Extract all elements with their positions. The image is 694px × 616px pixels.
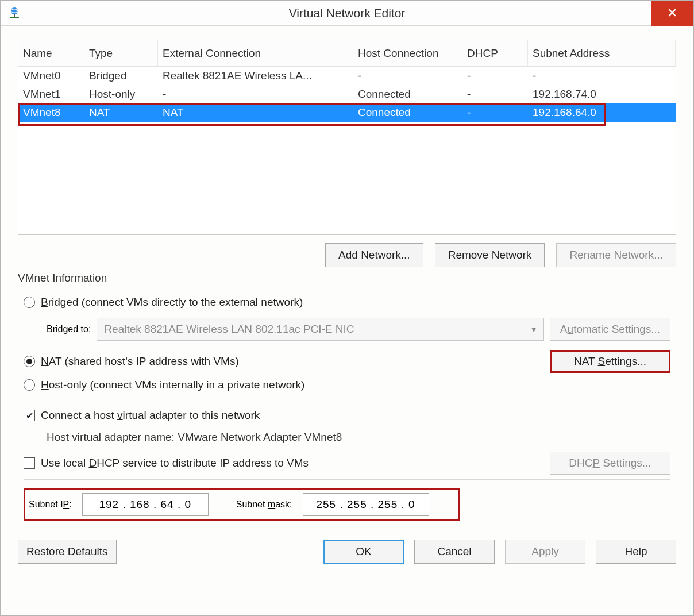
label: Remove Network: [448, 249, 532, 261]
table-row[interactable]: VMnet0 Bridged Realtek 8821AE Wireless L…: [18, 67, 676, 85]
th-name[interactable]: Name: [18, 40, 84, 66]
ok-button[interactable]: OK: [323, 540, 404, 564]
app-icon: [7, 6, 21, 20]
label: NAT Settings...: [574, 355, 646, 368]
cell-name: VMnet1: [18, 88, 84, 101]
bridged-to-row: Bridged to: Realtek 8821AE Wireless LAN …: [47, 318, 670, 341]
cell-name: VMnet0: [18, 70, 84, 82]
subnet-row: Subnet IP: 192 . 168 . 64 . 0 Subnet mas…: [24, 488, 460, 521]
dhcp-settings-button: DHCP Settings...: [550, 452, 670, 475]
subnet-ip-input[interactable]: 192 . 168 . 64 . 0: [82, 493, 209, 516]
footer-button-row: Restore Defaults OK Cancel Apply Help: [18, 540, 676, 564]
cell-type: Host-only: [84, 88, 158, 101]
value: 255 . 255 . 255 . 0: [316, 498, 415, 511]
cell-type: Bridged: [84, 70, 158, 82]
cell-host: Connected: [353, 88, 462, 101]
svg-point-2: [16, 9, 18, 10]
label: Rename Network...: [569, 249, 663, 261]
cell-subnet: 192.168.74.0: [528, 88, 676, 101]
window-title: Virtual Network Editor: [289, 6, 406, 20]
host-adapter-name: Host virtual adapter name: VMware Networ…: [47, 431, 670, 444]
close-icon: ✕: [667, 6, 677, 21]
cell-type: NAT: [84, 106, 158, 119]
checkbox-connect-host[interactable]: ✔: [24, 410, 35, 421]
select-value: Realtek 8821AE Wireless LAN 802.11ac PCI…: [104, 323, 354, 336]
label: DHCP Settings...: [569, 457, 651, 469]
use-dhcp-row[interactable]: Use local DHCP service to distribute IP …: [24, 457, 309, 469]
cell-name: VMnet8: [18, 106, 84, 119]
th-external[interactable]: External Connection: [158, 40, 353, 66]
checkbox-connect-host-label: Connect a host virtual adapter to this n…: [41, 409, 260, 422]
chevron-down-icon: ▼: [530, 325, 538, 334]
close-button[interactable]: ✕: [651, 1, 693, 26]
checkbox-use-dhcp-label: Use local DHCP service to distribute IP …: [41, 457, 309, 469]
automatic-settings-button: Automatic Settings...: [550, 318, 670, 341]
cell-host: -: [353, 70, 462, 82]
separator: [24, 401, 670, 401]
apply-button: Apply: [505, 540, 585, 564]
hostonly-radio-row[interactable]: Host-only (connect VMs internally in a p…: [24, 379, 670, 391]
radio-nat[interactable]: [24, 356, 35, 367]
svg-point-0: [11, 7, 18, 14]
cancel-button[interactable]: Cancel: [414, 540, 495, 564]
radio-hostonly-label: Host-only (connect VMs internally in a p…: [41, 379, 304, 391]
cell-subnet: -: [528, 70, 676, 82]
label: Restore Defaults: [26, 545, 108, 558]
cell-ext: Realtek 8821AE Wireless LA...: [158, 70, 353, 82]
content-area: Name Type External Connection Host Conne…: [1, 26, 693, 615]
checkbox-use-dhcp[interactable]: [24, 457, 35, 469]
window: Virtual Network Editor ✕ Name Type Exter…: [0, 0, 694, 616]
cell-ext: -: [158, 88, 353, 101]
th-dhcp[interactable]: DHCP: [462, 40, 528, 66]
cell-host: Connected: [353, 106, 462, 119]
subnet-ip-label: Subnet IP:: [29, 499, 72, 510]
add-network-button[interactable]: Add Network...: [325, 243, 423, 267]
svg-rect-4: [14, 14, 15, 17]
bridged-radio-row[interactable]: Bridged (connect VMs directly to the ext…: [24, 296, 670, 309]
nat-settings-button[interactable]: NAT Settings...: [550, 350, 670, 373]
vmnet-info-fieldset: VMnet Information Bridged (connect VMs d…: [18, 279, 676, 527]
radio-hostonly[interactable]: [24, 379, 35, 391]
label: Cancel: [437, 545, 471, 558]
label: Apply: [531, 545, 559, 558]
bridged-to-select: Realtek 8821AE Wireless LAN 802.11ac PCI…: [97, 318, 544, 341]
cell-ext: NAT: [158, 106, 353, 119]
th-host[interactable]: Host Connection: [353, 40, 462, 66]
subnet-mask-label: Subnet mask:: [236, 499, 292, 510]
table-header: Name Type External Connection Host Conne…: [18, 40, 676, 67]
th-subnet[interactable]: Subnet Address: [528, 40, 676, 66]
remove-network-button[interactable]: Remove Network: [435, 243, 545, 267]
separator: [24, 479, 670, 480]
connect-host-adapter-row[interactable]: ✔ Connect a host virtual adapter to this…: [24, 409, 670, 422]
radio-bridged-label: Bridged (connect VMs directly to the ext…: [41, 296, 303, 309]
th-type[interactable]: Type: [84, 40, 158, 66]
restore-defaults-button[interactable]: Restore Defaults: [18, 540, 117, 564]
radio-nat-label: NAT (shared host's IP address with VMs): [41, 355, 239, 368]
titlebar: Virtual Network Editor ✕: [1, 1, 693, 26]
value: 192 . 168 . 64 . 0: [99, 498, 191, 511]
table-button-row: Add Network... Remove Network Rename Net…: [18, 243, 676, 267]
bridged-to-label: Bridged to:: [47, 324, 91, 334]
fieldset-legend: VMnet Information: [18, 272, 110, 284]
rename-network-button: Rename Network...: [556, 243, 676, 267]
subnet-mask-input[interactable]: 255 . 255 . 255 . 0: [303, 493, 429, 516]
table-row[interactable]: VMnet1 Host-only - Connected - 192.168.7…: [18, 85, 676, 103]
cell-dhcp: -: [462, 70, 528, 82]
label: Automatic Settings...: [560, 323, 660, 336]
label: Add Network...: [338, 249, 410, 261]
network-table: Name Type External Connection Host Conne…: [18, 40, 676, 235]
label: OK: [356, 545, 371, 558]
nat-radio-row[interactable]: NAT (shared host's IP address with VMs): [24, 355, 239, 368]
cell-dhcp: -: [462, 88, 528, 101]
help-button[interactable]: Help: [596, 540, 676, 564]
table-row-selected[interactable]: VMnet8 NAT NAT Connected - 192.168.64.0: [18, 103, 676, 122]
label: Help: [624, 545, 647, 558]
cell-dhcp: -: [462, 106, 528, 119]
radio-bridged[interactable]: [24, 297, 35, 308]
cell-subnet: 192.168.64.0: [528, 106, 676, 119]
